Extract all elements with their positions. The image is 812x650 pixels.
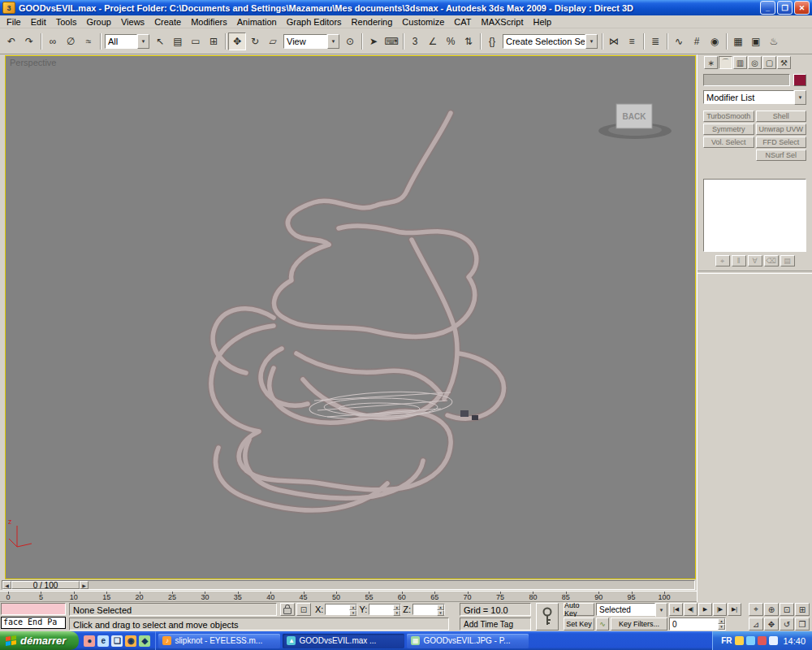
maximize-viewport-toggle-button[interactable]: ❐	[795, 618, 810, 630]
menu-maxscript[interactable]: MAXScript	[477, 16, 529, 28]
key-filters-curve-icon[interactable]: ∿	[596, 618, 609, 630]
spinner-control[interactable]: ▴▾	[718, 618, 725, 630]
coord-x-input[interactable]: ▴▾	[325, 604, 357, 615]
toolbar-snaps-toggle-button[interactable]: 3	[406, 32, 424, 50]
maximize-button[interactable]: ❒	[777, 1, 793, 15]
selection-filter-dropdown[interactable]: All▼	[105, 34, 149, 49]
next-frame-button[interactable]: |▶	[713, 603, 727, 616]
spinner-down-icon[interactable]: ▾	[393, 610, 400, 616]
object-color-swatch[interactable]	[793, 74, 806, 86]
start-button[interactable]: démarrer	[0, 631, 79, 650]
toolbar-select-object-button[interactable]: ↖	[151, 32, 169, 50]
task-goodvsevil-jpg[interactable]: ▦GOODvsEVIL.JPG - P...	[407, 634, 529, 648]
spinner-down-icon[interactable]: ▾	[349, 610, 356, 616]
task-goodvsevil-max[interactable]: ▲GOODvsEVIL.max ...	[283, 634, 404, 648]
menu-group[interactable]: Group	[81, 16, 116, 28]
maxscript-mini-listener[interactable]: face End Pa	[1, 617, 66, 629]
toolbar-redo-button[interactable]: ↷	[20, 32, 38, 50]
show-end-result-button[interactable]: ‖	[732, 255, 746, 266]
perspective-viewport[interactable]: Perspective	[5, 55, 696, 579]
menu-help[interactable]: Help	[528, 16, 556, 28]
toolbar-align-button[interactable]: ≡	[623, 32, 641, 50]
toolbar-use-pivot-point-center-button[interactable]: ⊙	[341, 32, 359, 50]
tray-icon-antivirus[interactable]	[758, 636, 767, 645]
set-key-button[interactable]: Set Key	[564, 618, 594, 630]
make-unique-button[interactable]: ∀	[748, 255, 762, 266]
back-object[interactable]: BACK	[598, 104, 672, 139]
go-to-start-button[interactable]: |◀	[669, 603, 683, 616]
tab-modify[interactable]: ⌒	[719, 56, 732, 69]
toolbar-select-and-manipulate-button[interactable]: ➤	[365, 32, 382, 50]
tray-icon-update[interactable]	[735, 636, 744, 645]
toolbar-quick-render-button[interactable]: ♨	[765, 32, 783, 50]
toolbar-edit-named-selection-sets-button[interactable]: {}	[483, 32, 501, 50]
arc-rotate-button[interactable]: ↺	[780, 618, 794, 630]
modifier-nsurf-sel-button[interactable]: NSurf Sel	[756, 150, 807, 161]
reference-coordinate-system-dropdown[interactable]: View▼	[283, 34, 339, 49]
launch-show-desktop[interactable]: ❏	[111, 635, 123, 647]
modifier-shell-button[interactable]: Shell	[756, 110, 807, 122]
launch-app-red[interactable]: ●	[84, 635, 95, 647]
toolbar-bind-to-space-warp-button[interactable]: ≈	[80, 32, 97, 50]
toolbar-select-and-move-button[interactable]: ✥	[228, 32, 246, 50]
close-button[interactable]: ✕	[794, 1, 810, 15]
current-frame-field[interactable]: 0 ▴▾	[669, 618, 726, 630]
modifier-unwrap-uvw-button[interactable]: Unwrap UVW	[756, 124, 807, 135]
chevron-down-icon[interactable]: ▼	[585, 34, 598, 49]
launch-internet-explorer[interactable]: e	[97, 635, 109, 647]
coord-y-input[interactable]: ▴▾	[369, 604, 401, 615]
modifier-symmetry-button[interactable]: Symmetry	[703, 124, 754, 135]
minimize-button[interactable]: _	[760, 1, 775, 15]
pin-stack-button[interactable]: ⌖	[715, 255, 730, 266]
zoom-extents-all-button[interactable]: ⊞	[795, 603, 810, 616]
menu-cat[interactable]: CAT	[449, 16, 476, 28]
chevron-down-icon[interactable]: ▼	[327, 34, 339, 49]
tray-icon-volume[interactable]	[769, 636, 778, 645]
task-slipknot-eyeless[interactable]: ♪slipknot - EYELESS.m...	[158, 634, 280, 648]
spinner-control[interactable]: ▴▾	[349, 604, 356, 614]
modifier-ffd-select-button[interactable]: FFD Select	[756, 136, 807, 148]
key-mode-dropdown[interactable]: Selected ▼	[596, 603, 667, 616]
toolbar-rectangular-selection-region-button[interactable]: ▭	[187, 32, 205, 50]
toolbar-schematic-view-button[interactable]: #	[688, 32, 706, 50]
spinner-control[interactable]: ▴▾	[393, 604, 400, 614]
time-slider-handle[interactable]: 0 / 100	[11, 581, 80, 589]
menu-animation[interactable]: Animation	[232, 16, 282, 28]
spinner-up-icon[interactable]: ▴	[393, 604, 400, 610]
launch-media-player[interactable]: ◉	[125, 635, 136, 647]
toolbar-curve-editor-button[interactable]: ∿	[670, 32, 688, 50]
chevron-down-icon[interactable]: ▼	[137, 34, 149, 49]
menu-file[interactable]: File	[2, 16, 26, 28]
toolbar-mirror-button[interactable]: ⋈	[605, 32, 623, 50]
tab-create[interactable]: ∗	[704, 56, 718, 69]
menu-create[interactable]: Create	[149, 16, 186, 28]
pan-view-button[interactable]: ✥	[764, 618, 779, 630]
menu-modifiers[interactable]: Modifiers	[186, 16, 232, 28]
tab-motion[interactable]: ◎	[748, 56, 762, 69]
time-slider-right-arrow-icon[interactable]: ▶	[80, 581, 89, 589]
toolbar-percent-snap-toggle-button[interactable]: %	[442, 32, 460, 50]
toolbar-undo-button[interactable]: ↶	[2, 32, 20, 50]
launch-msn[interactable]: ◆	[139, 635, 150, 647]
spinner-down-icon[interactable]: ▾	[718, 624, 725, 630]
menu-edit[interactable]: Edit	[26, 16, 51, 28]
time-slider-left-arrow-icon[interactable]: ◀	[2, 581, 11, 589]
modifier-stack-list[interactable]	[703, 179, 806, 252]
spinner-up-icon[interactable]: ▴	[437, 604, 444, 610]
toolbar-select-by-name-button[interactable]: ▤	[169, 32, 187, 50]
remove-modifier-button[interactable]: ⌫	[764, 255, 779, 266]
toolbar-spinner-snap-toggle-button[interactable]: ⇅	[460, 32, 477, 50]
title-bar[interactable]: 3 GOODvsEVIL.max - Project Folder: C:\Do…	[0, 0, 812, 15]
add-time-tag[interactable]: Add Time Tag	[460, 618, 531, 630]
knot-model[interactable]	[211, 113, 504, 510]
spinner-up-icon[interactable]: ▴	[349, 604, 356, 610]
field-of-view-button[interactable]: ⊿	[749, 618, 763, 630]
viewport-label[interactable]: Perspective	[10, 58, 56, 67]
tab-utilities[interactable]: ⚒	[777, 56, 791, 69]
spinner-control[interactable]: ▴▾	[437, 604, 444, 614]
language-indicator[interactable]: FR	[721, 636, 732, 645]
play-animation-button[interactable]: ▶	[698, 603, 712, 616]
toolbar-select-and-rotate-button[interactable]: ↻	[246, 32, 264, 50]
zoom-extents-button[interactable]: ⊡	[780, 603, 794, 616]
spinner-down-icon[interactable]: ▾	[437, 610, 444, 616]
